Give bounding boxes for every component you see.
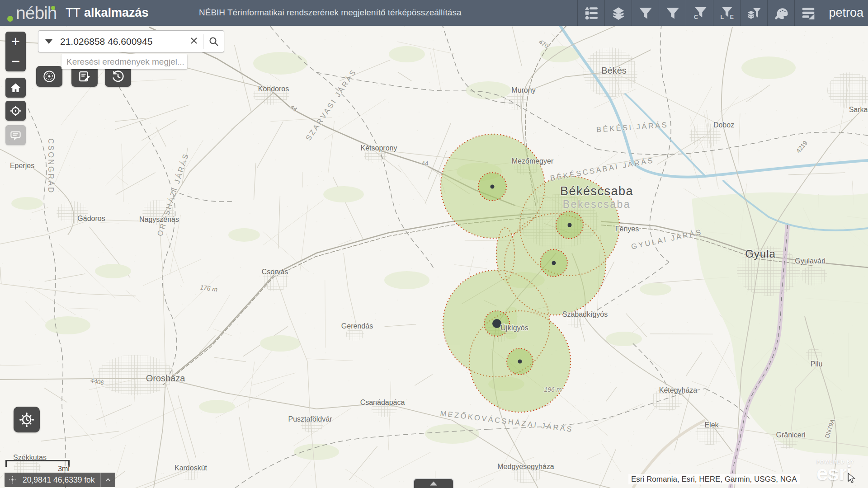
app-header: nébih TTalkalmazás NÉBIH Térinformatikai… <box>0 0 868 26</box>
map-label: GYULAI JÁRÁS <box>630 228 703 251</box>
username[interactable]: petroa <box>829 6 863 20</box>
zoom-out-button[interactable]: − <box>5 52 26 71</box>
svg-text:E: E <box>730 14 733 20</box>
map-label: Gádoros <box>77 215 105 222</box>
chevron-down-icon <box>45 39 52 44</box>
history-icon <box>111 70 125 83</box>
menu-edit-icon[interactable] <box>794 0 821 26</box>
map-label: Gerendás <box>341 322 373 330</box>
filter-icon[interactable] <box>659 0 686 26</box>
legend-icon[interactable] <box>577 0 604 26</box>
home-button[interactable] <box>5 78 26 98</box>
map-label: Eperjes <box>10 162 34 169</box>
map-label: Gyulavári <box>795 257 826 265</box>
map-label: BÉKÉSCSABAI JÁRÁS <box>550 156 655 182</box>
filter-icon[interactable] <box>632 0 659 26</box>
mouse-cursor <box>846 473 856 485</box>
search-source-dropdown[interactable] <box>38 39 59 44</box>
map-label: 196 m <box>544 386 562 393</box>
map-label: Fényes <box>615 225 639 233</box>
map-label: Bekescsaba <box>563 198 631 210</box>
palette-icon[interactable] <box>767 0 794 26</box>
map-label: BÉKÉSI JÁRÁS <box>596 120 668 133</box>
close-icon <box>189 36 198 45</box>
search-input[interactable] <box>59 36 185 47</box>
map-label: Újkígyós <box>500 324 528 332</box>
map-label: Medgyesegyháza <box>497 463 554 470</box>
triangle-up-icon <box>429 481 438 486</box>
map-label: Békéscsaba <box>560 184 633 198</box>
locate-icon <box>9 105 22 117</box>
attribute-table-toggle[interactable] <box>413 478 454 488</box>
chevron-up-icon <box>104 476 112 484</box>
time-hub-icon <box>19 412 34 427</box>
rings-icon <box>42 70 56 83</box>
filter-le-icon[interactable]: LE <box>713 0 740 26</box>
map-attribution: Esri Romania, Esri, HERE, Garmin, USGS, … <box>628 474 800 484</box>
search-clear-button[interactable] <box>185 36 203 47</box>
map-label: Békés <box>601 66 627 75</box>
scale-label: 3mi <box>58 465 70 473</box>
map-label: Kétegyháza <box>659 386 698 394</box>
map-label: SZARVASI JÁRÁS <box>304 67 358 142</box>
map-label: 44 <box>421 160 429 167</box>
time-slider-button[interactable] <box>14 407 40 432</box>
layer-filter-icon[interactable] <box>740 0 767 26</box>
svg-text:C: C <box>694 14 698 20</box>
map-label: Kondoros <box>258 85 289 93</box>
map-label: Szabadkígyós <box>562 310 608 318</box>
crosshair-icon <box>8 475 17 484</box>
buffer-rings-button[interactable] <box>36 66 62 87</box>
buffer-zone-fills <box>441 134 619 412</box>
map-label: Pusztaföldvár <box>288 415 333 423</box>
map-label: Gyula <box>745 248 776 260</box>
map-label: 470 <box>538 38 550 50</box>
svg-text:L: L <box>721 14 724 20</box>
map-label: Kétsoprony <box>361 144 397 152</box>
map-label: Murony <box>511 86 535 94</box>
map-label: Pilu <box>811 360 823 368</box>
zoom-control: + − <box>5 32 26 71</box>
nebih-logo: nébih <box>7 1 57 25</box>
map-label: Doboz <box>713 121 734 129</box>
map-label: CSONGRÁD <box>47 138 55 194</box>
coordinate-capture-button[interactable] <box>5 475 21 484</box>
filter-c-icon[interactable]: C <box>686 0 713 26</box>
search-submit-button[interactable] <box>203 36 224 47</box>
cursor-coordinates: 20,9841 46,6339 fok <box>21 475 100 485</box>
logo-green-dot <box>51 6 55 10</box>
map-label: 4219 <box>795 140 809 155</box>
map-label: Elek <box>704 421 719 429</box>
map-settlements <box>14 47 868 483</box>
map-label: Orosháza <box>146 373 186 383</box>
home-icon <box>9 82 22 94</box>
map-label: Csorvás <box>262 268 288 276</box>
map-label: Mezőmegyer <box>512 157 554 165</box>
comment-button-disabled <box>5 125 26 145</box>
coordinates-expand-button[interactable] <box>100 473 115 487</box>
search-icon <box>208 36 219 47</box>
search-box <box>38 30 224 52</box>
layers-icon[interactable] <box>604 0 632 26</box>
comment-icon <box>9 129 22 141</box>
map-label: Kardoskút <box>175 464 208 472</box>
app-title: TTalkalmazás <box>66 6 149 20</box>
locate-button[interactable] <box>5 101 26 121</box>
zoom-in-button[interactable]: + <box>5 32 26 52</box>
map-label: Csanádapáca <box>360 399 405 406</box>
edit-note-icon <box>78 70 91 83</box>
coordinate-status-bar: 20,9841 46,6339 fok <box>5 473 115 487</box>
map-label: Sarkad <box>849 106 868 113</box>
header-toolbar: C LE petroa <box>577 0 868 26</box>
search-results-tooltip: Keresési eredmények megjel... <box>61 54 187 69</box>
nebih-tt-application: EperjesCSONGRÁDOROSHÁZI JÁRÁSSZARVASI JÁ… <box>0 0 868 488</box>
map-label: Nagyszénás <box>139 216 179 223</box>
app-subtitle: NÉBIH Térinformatikai rendszerének megje… <box>199 8 461 18</box>
map-label: Grăniceri <box>776 431 806 439</box>
map-label: OROSHÁZI JÁRÁS <box>156 152 190 237</box>
